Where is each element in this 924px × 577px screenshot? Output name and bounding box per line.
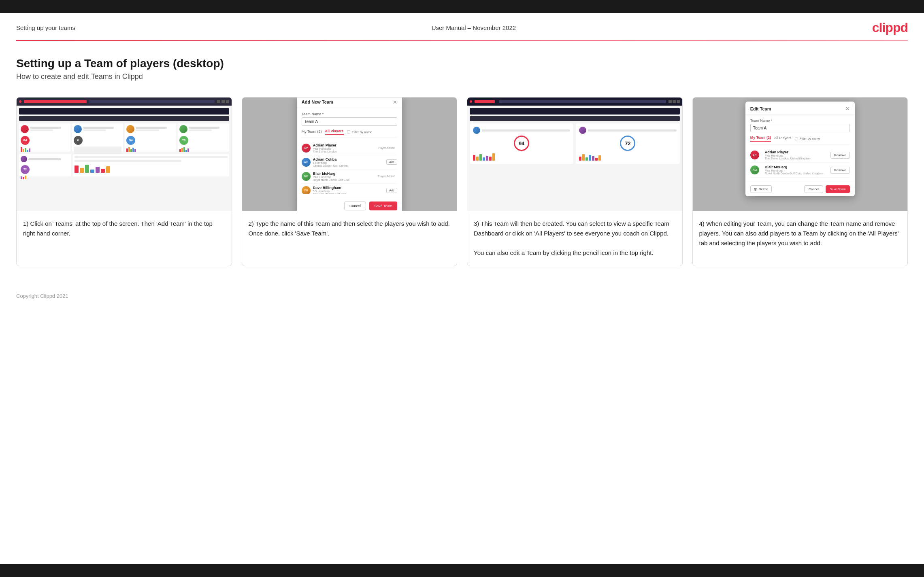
edit-modal-tab-myteam[interactable]: My Team (2) xyxy=(750,136,771,142)
delete-label: Delete xyxy=(759,187,768,191)
edit-modal-tab-allplayers[interactable]: All Players xyxy=(774,136,792,141)
edit-modal-close-icon[interactable]: ✕ xyxy=(845,106,850,112)
card-3-text: 3) This Team will then be created. You c… xyxy=(467,211,682,266)
modal-2-tab-allplayers[interactable]: All Players xyxy=(325,129,344,135)
header: Setting up your teams User Manual – Nove… xyxy=(0,13,924,40)
avatar: AC xyxy=(302,158,311,167)
header-section-label: Setting up your teams xyxy=(16,24,75,31)
modal-2-close-icon[interactable]: ✕ xyxy=(393,99,397,105)
edit-modal-title: Edit Team xyxy=(750,106,771,111)
bottom-bar xyxy=(0,564,924,577)
footer: Copyright Clippd 2021 xyxy=(0,286,924,305)
avatar: AP xyxy=(750,151,759,159)
main-content: Setting up a Team of players (desktop) H… xyxy=(0,41,924,286)
screenshot-2: Add New Team ✕ Team Name * My Team (2) A… xyxy=(242,98,457,211)
modal-2-team-label: Team Name * xyxy=(302,112,397,116)
list-item: AC Adrian Coliba 1 Handicap Central Lond… xyxy=(302,155,397,170)
header-manual-title: User Manual – November 2022 xyxy=(432,24,516,31)
remove-player-button[interactable]: Remove xyxy=(830,167,850,174)
page-title: Setting up a Team of players (desktop) xyxy=(16,57,908,70)
edit-modal-team-label: Team Name * xyxy=(750,119,850,123)
list-item: AP Adrian Player Plus Handicap The Shire… xyxy=(750,148,850,163)
list-item: DB Dave Billingham 5.5 Handicap The Dog … xyxy=(302,184,397,194)
edit-modal-filter-label: Filter by name xyxy=(800,137,820,140)
trash-icon: 🗑 xyxy=(754,187,757,191)
avatar: BM xyxy=(302,172,311,181)
card-2-text: 2) Type the name of this Team and then s… xyxy=(242,211,457,266)
modal-2-tab-myteam[interactable]: My Team (2) xyxy=(302,129,322,135)
card-4-text: 4) When editing your Team, you can chang… xyxy=(693,211,908,266)
modal-2-player-list: AP Adrian Player Plus Handicap The Shire… xyxy=(302,141,397,194)
edit-team-modal: Edit Team ✕ Team Name * My Team (2) All … xyxy=(745,102,855,196)
avatar: BM xyxy=(750,165,759,174)
list-item: BM Blair McHarg Plus Handicap Royal Nort… xyxy=(302,170,397,184)
add-player-button[interactable]: Add xyxy=(386,159,397,165)
clippd-logo: clippd xyxy=(872,20,908,35)
save-team-button[interactable]: Save Team xyxy=(826,185,850,193)
player-added-label: Player Added xyxy=(375,174,397,178)
avatar: DB xyxy=(302,186,311,194)
edit-modal-team-name-input[interactable] xyxy=(750,124,850,132)
modal-2-filter-check[interactable] xyxy=(347,130,350,134)
player-added-label: Player Added xyxy=(375,146,397,150)
top-bar xyxy=(0,0,924,13)
cancel-button[interactable]: Cancel xyxy=(344,202,366,210)
card-3: 94 xyxy=(467,97,683,266)
list-item: AP Adrian Player Plus Handicap The Shire… xyxy=(302,141,397,155)
delete-team-button[interactable]: 🗑 Delete xyxy=(750,185,772,193)
cancel-button[interactable]: Cancel xyxy=(804,185,823,193)
list-item: BM Blair McHarg Plus Handicap Royal Nort… xyxy=(750,163,850,178)
card-2: Add New Team ✕ Team Name * My Team (2) A… xyxy=(242,97,458,266)
page-subtitle: How to create and edit Teams in Clippd xyxy=(16,72,908,81)
add-team-modal: Add New Team ✕ Team Name * My Team (2) A… xyxy=(297,98,402,211)
card-4: Edit Team ✕ Team Name * My Team (2) All … xyxy=(692,97,908,266)
modal-2-team-name-input[interactable] xyxy=(302,117,397,126)
card-1-text: 1) Click on 'Teams' at the top of the sc… xyxy=(17,211,232,266)
screenshot-1: 84 xyxy=(17,98,232,211)
edit-modal-filter-check[interactable] xyxy=(795,137,798,140)
card-1: 84 xyxy=(16,97,232,266)
cards-row: 84 xyxy=(16,97,908,266)
remove-player-button[interactable]: Remove xyxy=(830,152,850,159)
copyright-text: Copyright Clippd 2021 xyxy=(16,293,68,299)
add-player-button[interactable]: Add xyxy=(386,188,397,193)
screenshot-3: 94 xyxy=(467,98,682,211)
save-team-button[interactable]: Save Team xyxy=(369,202,397,210)
avatar: AP xyxy=(302,144,311,153)
modal-2-title: Add New Team xyxy=(302,100,333,104)
screenshot-4: Edit Team ✕ Team Name * My Team (2) All … xyxy=(693,98,908,211)
modal-2-filter-label: Filter by name xyxy=(352,130,373,134)
